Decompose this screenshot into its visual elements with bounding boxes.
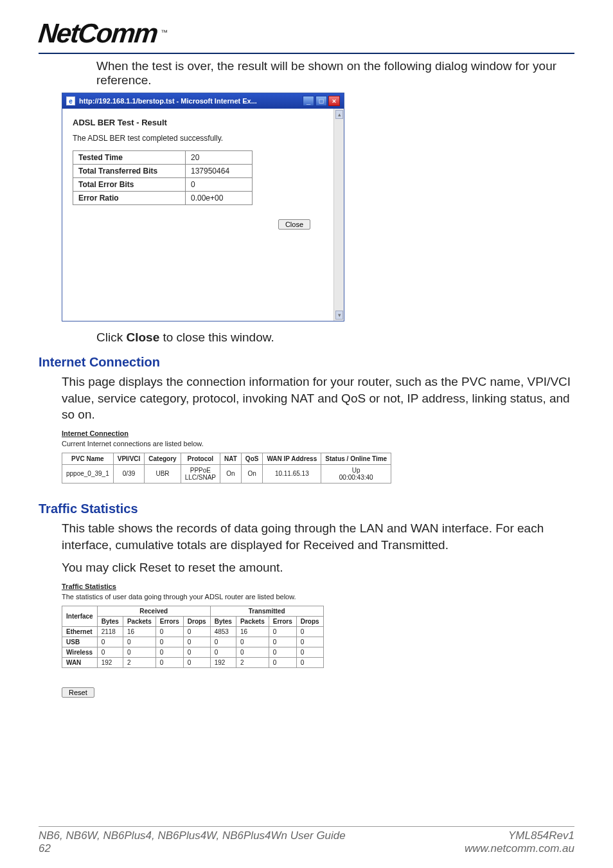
page-number: 62: [39, 842, 346, 855]
close-button[interactable]: Close: [278, 219, 310, 230]
traffic-desc-1: This table shows the records of data goi…: [62, 520, 574, 553]
footer-guide-title: NB6, NB6W, NB6Plus4, NB6Plus4W, NB6Plus4…: [39, 829, 346, 842]
ber-result-title: ADSL BER Test - Result: [73, 118, 323, 127]
table-row: USB00000000: [62, 637, 324, 647]
ber-result-message: The ADSL BER test completed successfully…: [73, 134, 323, 143]
page-footer: NB6, NB6W, NB6Plus4, NB6Plus4W, NB6Plus4…: [39, 826, 574, 855]
footer-url: www.netcomm.com.au: [465, 842, 574, 855]
scrollbar[interactable]: ▴ ▾: [333, 109, 344, 321]
ie-icon: e: [66, 96, 75, 105]
close-icon[interactable]: ×: [328, 96, 340, 106]
traffic-statistics-heading: Traffic Statistics: [39, 502, 574, 516]
table-row: pppoe_0_39_1 0/39 UBR PPPoELLC/SNAP On O…: [62, 464, 391, 483]
table-row: Total Transferred Bits137950464: [73, 165, 253, 178]
internet-connection-desc: This page displays the connection inform…: [62, 374, 574, 423]
brand-logo: NetComm: [37, 18, 158, 49]
minimize-button[interactable]: _: [303, 96, 314, 106]
reset-button[interactable]: Reset: [62, 687, 94, 698]
internet-connection-table: PVC Name VPI/VCI Category Protocol NAT Q…: [62, 453, 391, 484]
ber-result-window: e http://192.168.1.1/berstop.tst - Micro…: [62, 93, 344, 321]
trademark-symbol: ™: [161, 28, 168, 36]
table-row: Ethernet2118160048531600: [62, 626, 324, 637]
table-row: WAN192200192200: [62, 657, 324, 667]
table-row: Wireless00000000: [62, 647, 324, 657]
scroll-down-icon[interactable]: ▾: [335, 311, 343, 320]
ber-result-table: Tested Time20 Total Transferred Bits1379…: [73, 150, 253, 205]
traffic-subtitle: Traffic Statistics: [62, 583, 574, 590]
maximize-button[interactable]: □: [315, 96, 327, 106]
table-row: Error Ratio0.00e+00: [73, 192, 253, 205]
window-titlebar[interactable]: e http://192.168.1.1/berstop.tst - Micro…: [62, 93, 344, 109]
table-row: Total Error Bits0: [73, 178, 253, 192]
page-header: NetComm ™: [39, 18, 574, 54]
scroll-up-icon[interactable]: ▴: [335, 110, 343, 119]
internet-connection-heading: Internet Connection: [39, 355, 574, 370]
internet-connection-subdesc: Current Internet connections are listed …: [62, 440, 574, 448]
traffic-statistics-table: Interface Received Transmitted Bytes Pac…: [62, 606, 324, 668]
intro-text: When the test is over, the result will b…: [96, 59, 574, 87]
internet-connection-subtitle: Internet Connection: [62, 429, 574, 437]
footer-revision: YML854Rev1: [465, 829, 574, 842]
traffic-subdesc: The statistics of user data going throug…: [62, 593, 574, 601]
window-title: http://192.168.1.1/berstop.tst - Microso…: [79, 97, 257, 105]
table-row: Tested Time20: [73, 151, 253, 165]
traffic-desc-2: You may click Reset to reset the amount.: [62, 559, 574, 576]
click-close-text: Click Close to close this window.: [96, 330, 574, 345]
